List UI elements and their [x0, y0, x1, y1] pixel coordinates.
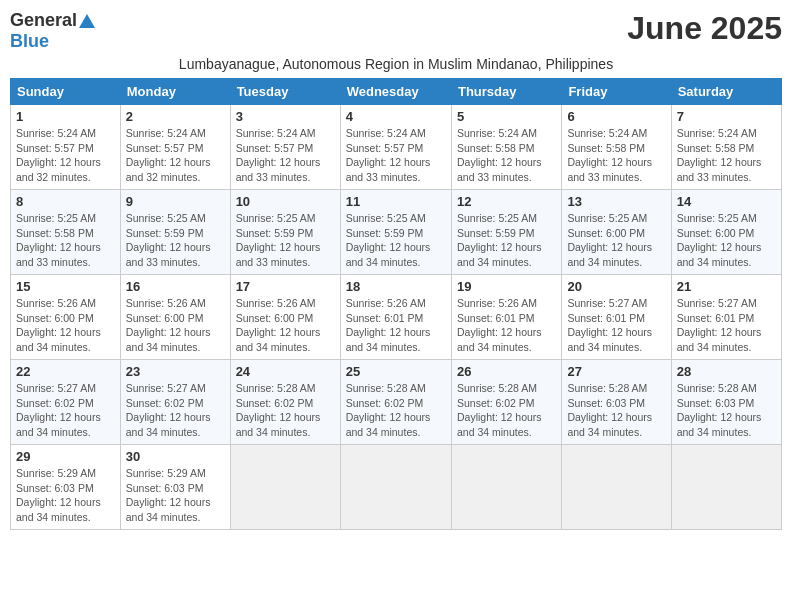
calendar-cell: 27Sunrise: 5:28 AMSunset: 6:03 PMDayligh… [562, 360, 671, 445]
day-number: 27 [567, 364, 665, 379]
day-detail: Sunrise: 5:28 AMSunset: 6:03 PMDaylight:… [567, 381, 665, 440]
day-detail: Sunrise: 5:25 AMSunset: 5:58 PMDaylight:… [16, 211, 115, 270]
day-detail: Sunrise: 5:24 AMSunset: 5:57 PMDaylight:… [236, 126, 335, 185]
day-detail: Sunrise: 5:28 AMSunset: 6:03 PMDaylight:… [677, 381, 776, 440]
calendar-cell: 21Sunrise: 5:27 AMSunset: 6:01 PMDayligh… [671, 275, 781, 360]
day-number: 30 [126, 449, 225, 464]
calendar-cell: 28Sunrise: 5:28 AMSunset: 6:03 PMDayligh… [671, 360, 781, 445]
days-header-row: Sunday Monday Tuesday Wednesday Thursday… [11, 79, 782, 105]
header-friday: Friday [562, 79, 671, 105]
calendar-table: Sunday Monday Tuesday Wednesday Thursday… [10, 78, 782, 530]
day-detail: Sunrise: 5:26 AMSunset: 6:01 PMDaylight:… [457, 296, 556, 355]
day-detail: Sunrise: 5:24 AMSunset: 5:58 PMDaylight:… [677, 126, 776, 185]
day-detail: Sunrise: 5:27 AMSunset: 6:02 PMDaylight:… [16, 381, 115, 440]
calendar-cell: 3Sunrise: 5:24 AMSunset: 5:57 PMDaylight… [230, 105, 340, 190]
calendar-cell: 18Sunrise: 5:26 AMSunset: 6:01 PMDayligh… [340, 275, 451, 360]
day-number: 22 [16, 364, 115, 379]
header-wednesday: Wednesday [340, 79, 451, 105]
day-detail: Sunrise: 5:25 AMSunset: 5:59 PMDaylight:… [457, 211, 556, 270]
calendar-cell: 20Sunrise: 5:27 AMSunset: 6:01 PMDayligh… [562, 275, 671, 360]
subtitle: Lumbayanague, Autonomous Region in Musli… [10, 56, 782, 72]
calendar-cell: 17Sunrise: 5:26 AMSunset: 6:00 PMDayligh… [230, 275, 340, 360]
calendar-cell: 30Sunrise: 5:29 AMSunset: 6:03 PMDayligh… [120, 445, 230, 530]
calendar-cell: 12Sunrise: 5:25 AMSunset: 5:59 PMDayligh… [451, 190, 561, 275]
calendar-cell: 24Sunrise: 5:28 AMSunset: 6:02 PMDayligh… [230, 360, 340, 445]
calendar-cell: 25Sunrise: 5:28 AMSunset: 6:02 PMDayligh… [340, 360, 451, 445]
day-detail: Sunrise: 5:25 AMSunset: 5:59 PMDaylight:… [236, 211, 335, 270]
day-detail: Sunrise: 5:27 AMSunset: 6:01 PMDaylight:… [567, 296, 665, 355]
day-detail: Sunrise: 5:28 AMSunset: 6:02 PMDaylight:… [457, 381, 556, 440]
logo-blue-text: Blue [10, 31, 49, 52]
day-number: 25 [346, 364, 446, 379]
calendar-cell: 4Sunrise: 5:24 AMSunset: 5:57 PMDaylight… [340, 105, 451, 190]
calendar-cell: 23Sunrise: 5:27 AMSunset: 6:02 PMDayligh… [120, 360, 230, 445]
header-thursday: Thursday [451, 79, 561, 105]
day-detail: Sunrise: 5:25 AMSunset: 6:00 PMDaylight:… [567, 211, 665, 270]
day-detail: Sunrise: 5:29 AMSunset: 6:03 PMDaylight:… [126, 466, 225, 525]
day-detail: Sunrise: 5:24 AMSunset: 5:58 PMDaylight:… [457, 126, 556, 185]
day-number: 2 [126, 109, 225, 124]
day-detail: Sunrise: 5:27 AMSunset: 6:01 PMDaylight:… [677, 296, 776, 355]
day-number: 13 [567, 194, 665, 209]
day-detail: Sunrise: 5:24 AMSunset: 5:57 PMDaylight:… [126, 126, 225, 185]
day-number: 1 [16, 109, 115, 124]
day-detail: Sunrise: 5:24 AMSunset: 5:57 PMDaylight:… [346, 126, 446, 185]
week-row-1: 1Sunrise: 5:24 AMSunset: 5:57 PMDaylight… [11, 105, 782, 190]
day-number: 19 [457, 279, 556, 294]
day-number: 29 [16, 449, 115, 464]
week-row-5: 29Sunrise: 5:29 AMSunset: 6:03 PMDayligh… [11, 445, 782, 530]
day-detail: Sunrise: 5:29 AMSunset: 6:03 PMDaylight:… [16, 466, 115, 525]
page-wrapper: General Blue June 2025 Lumbayanague, Aut… [10, 10, 782, 530]
calendar-cell [671, 445, 781, 530]
calendar-cell: 22Sunrise: 5:27 AMSunset: 6:02 PMDayligh… [11, 360, 121, 445]
calendar-cell: 6Sunrise: 5:24 AMSunset: 5:58 PMDaylight… [562, 105, 671, 190]
day-number: 4 [346, 109, 446, 124]
day-detail: Sunrise: 5:25 AMSunset: 5:59 PMDaylight:… [126, 211, 225, 270]
day-number: 28 [677, 364, 776, 379]
calendar-cell: 14Sunrise: 5:25 AMSunset: 6:00 PMDayligh… [671, 190, 781, 275]
day-number: 5 [457, 109, 556, 124]
calendar-cell: 10Sunrise: 5:25 AMSunset: 5:59 PMDayligh… [230, 190, 340, 275]
day-detail: Sunrise: 5:28 AMSunset: 6:02 PMDaylight:… [236, 381, 335, 440]
calendar-cell: 16Sunrise: 5:26 AMSunset: 6:00 PMDayligh… [120, 275, 230, 360]
month-title: June 2025 [627, 10, 782, 47]
day-number: 26 [457, 364, 556, 379]
day-number: 6 [567, 109, 665, 124]
day-number: 18 [346, 279, 446, 294]
calendar-cell: 29Sunrise: 5:29 AMSunset: 6:03 PMDayligh… [11, 445, 121, 530]
day-detail: Sunrise: 5:26 AMSunset: 6:00 PMDaylight:… [236, 296, 335, 355]
day-detail: Sunrise: 5:28 AMSunset: 6:02 PMDaylight:… [346, 381, 446, 440]
header-tuesday: Tuesday [230, 79, 340, 105]
day-detail: Sunrise: 5:27 AMSunset: 6:02 PMDaylight:… [126, 381, 225, 440]
calendar-cell: 15Sunrise: 5:26 AMSunset: 6:00 PMDayligh… [11, 275, 121, 360]
day-number: 17 [236, 279, 335, 294]
day-number: 23 [126, 364, 225, 379]
day-number: 21 [677, 279, 776, 294]
day-number: 11 [346, 194, 446, 209]
day-number: 12 [457, 194, 556, 209]
calendar-cell: 8Sunrise: 5:25 AMSunset: 5:58 PMDaylight… [11, 190, 121, 275]
calendar-cell: 11Sunrise: 5:25 AMSunset: 5:59 PMDayligh… [340, 190, 451, 275]
calendar-cell: 7Sunrise: 5:24 AMSunset: 5:58 PMDaylight… [671, 105, 781, 190]
header-sunday: Sunday [11, 79, 121, 105]
header: General Blue June 2025 [10, 10, 782, 52]
logo-general-text: General [10, 10, 77, 31]
week-row-2: 8Sunrise: 5:25 AMSunset: 5:58 PMDaylight… [11, 190, 782, 275]
week-row-4: 22Sunrise: 5:27 AMSunset: 6:02 PMDayligh… [11, 360, 782, 445]
day-number: 15 [16, 279, 115, 294]
calendar-cell: 9Sunrise: 5:25 AMSunset: 5:59 PMDaylight… [120, 190, 230, 275]
week-row-3: 15Sunrise: 5:26 AMSunset: 6:00 PMDayligh… [11, 275, 782, 360]
calendar-cell: 2Sunrise: 5:24 AMSunset: 5:57 PMDaylight… [120, 105, 230, 190]
day-detail: Sunrise: 5:24 AMSunset: 5:58 PMDaylight:… [567, 126, 665, 185]
day-detail: Sunrise: 5:26 AMSunset: 6:00 PMDaylight:… [16, 296, 115, 355]
calendar-cell [230, 445, 340, 530]
logo: General Blue [10, 10, 95, 52]
day-number: 3 [236, 109, 335, 124]
day-number: 14 [677, 194, 776, 209]
day-detail: Sunrise: 5:24 AMSunset: 5:57 PMDaylight:… [16, 126, 115, 185]
calendar-cell [340, 445, 451, 530]
calendar-cell [451, 445, 561, 530]
day-number: 24 [236, 364, 335, 379]
day-number: 7 [677, 109, 776, 124]
day-detail: Sunrise: 5:25 AMSunset: 5:59 PMDaylight:… [346, 211, 446, 270]
